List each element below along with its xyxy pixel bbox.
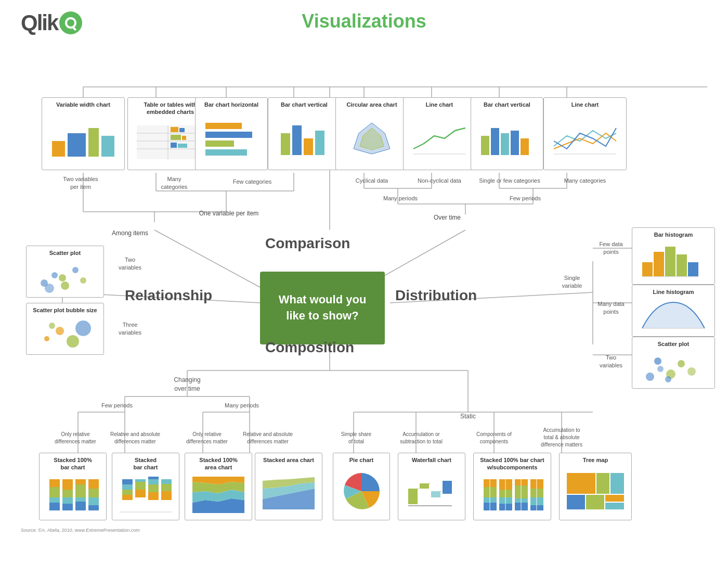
waterfall-card: Waterfall chart <box>398 453 465 520</box>
stacked-100-bar-sub-title: Stacked 100% bar chartw/subcomponents <box>477 456 548 471</box>
svg-point-114 <box>657 366 664 372</box>
svg-rect-136 <box>88 505 99 510</box>
svg-point-117 <box>665 376 671 382</box>
stacked-100-area-img <box>188 474 249 517</box>
bar-vertical-single-svg <box>478 120 536 157</box>
svg-line-28 <box>154 230 260 287</box>
svg-rect-92 <box>521 138 529 155</box>
stacked-100-bar-img <box>43 474 103 517</box>
scatter-bubble-title: Scatter plot bubble size <box>30 306 100 314</box>
pie-chart-svg <box>341 470 382 512</box>
svg-rect-89 <box>491 128 499 155</box>
stacked-100-bar-sub-svg <box>481 477 543 513</box>
circular-area-svg <box>348 118 395 159</box>
svg-rect-147 <box>148 477 159 479</box>
bar-vertical-single-card: Bar chart vertical <box>471 97 543 170</box>
scatter-dist-img <box>635 350 711 385</box>
svg-rect-57 <box>52 141 65 157</box>
scatter-rel-img <box>30 259 100 294</box>
svg-rect-144 <box>148 492 159 500</box>
source: Source: ©A. Abela, 2010, www.ExtremePres… <box>21 528 140 533</box>
few-periods-top-label: Few periods <box>489 195 562 202</box>
line-many-svg <box>551 120 619 157</box>
svg-rect-189 <box>610 473 624 494</box>
rel-abs-2-label: Relative and absolutedifferences matter <box>239 431 296 445</box>
line-many-card: Line chart <box>543 97 627 170</box>
svg-rect-160 <box>420 483 429 489</box>
waterfall-title: Waterfall chart <box>401 456 462 464</box>
svg-rect-162 <box>443 481 452 494</box>
bar-vertical-few-card: Bar chart vertical <box>268 97 341 170</box>
header: Qlik Visualizations <box>10 10 718 32</box>
scatter-rel-card: Scatter plot <box>26 246 104 298</box>
svg-point-97 <box>72 267 79 273</box>
among-items-label: Among items <box>88 229 172 238</box>
rel-abs-1-label: Relative and absolutedifferences matter <box>107 431 164 445</box>
stacked-100-area-title: Stacked 100%area chart <box>188 456 249 471</box>
pie-chart-img <box>336 466 386 517</box>
svg-rect-67 <box>179 128 185 132</box>
svg-rect-149 <box>161 484 172 491</box>
svg-rect-127 <box>62 497 73 504</box>
components-label: Components ofcomponents <box>465 431 523 445</box>
svg-rect-137 <box>122 495 133 500</box>
diagram: What would you like to show? Comparison … <box>10 37 718 537</box>
svg-rect-142 <box>135 482 146 490</box>
static-label: Static <box>447 412 489 421</box>
svg-rect-71 <box>178 144 187 148</box>
svg-rect-150 <box>161 479 172 484</box>
few-data-points-label: Few datapoints <box>588 240 634 257</box>
stacked-bar-img <box>115 474 176 517</box>
comparison-label: Comparison <box>265 235 350 252</box>
bar-horizontal-img <box>199 110 264 167</box>
svg-rect-69 <box>182 136 186 140</box>
svg-rect-140 <box>122 479 133 484</box>
svg-rect-148 <box>161 491 172 500</box>
line-non-cyclical-title: Line chart <box>407 101 472 108</box>
svg-rect-59 <box>88 128 99 157</box>
logo-icon <box>59 11 82 34</box>
center-box-text: What would you like to show? <box>279 292 367 324</box>
svg-point-103 <box>67 335 79 348</box>
svg-rect-68 <box>171 135 181 140</box>
svg-rect-72 <box>205 123 242 129</box>
stacked-100-area-svg <box>192 477 244 513</box>
svg-rect-121 <box>49 479 60 487</box>
line-non-cyclical-svg <box>411 120 468 157</box>
bar-vertical-few-img <box>271 110 337 167</box>
scatter-rel-svg <box>34 260 96 293</box>
treemap-card: Tree map <box>559 453 632 520</box>
line-many-title: Line chart <box>547 101 623 108</box>
center-box: What would you like to show? <box>260 272 385 344</box>
svg-rect-141 <box>135 490 146 497</box>
pie-chart-title: Pie chart <box>336 456 386 464</box>
svg-rect-138 <box>122 490 133 495</box>
svg-rect-107 <box>654 252 664 276</box>
table-embedded-svg <box>137 125 204 159</box>
scatter-three-vars-label: Threevariables <box>109 321 151 337</box>
svg-rect-132 <box>75 502 86 510</box>
svg-point-96 <box>61 282 69 290</box>
bar-histogram-card: Bar histogram <box>632 227 715 285</box>
line-histogram-svg <box>640 300 707 331</box>
few-categories-label: Few categories <box>213 178 291 186</box>
single-few-label: Single or few categories <box>471 177 549 185</box>
svg-rect-58 <box>68 133 86 157</box>
bar-horizontal-title: Bar chart horizontal <box>199 101 264 108</box>
scatter-dist-title: Scatter plot <box>635 340 711 348</box>
bar-vertical-single-title: Bar chart vertical <box>474 101 540 108</box>
svg-rect-110 <box>688 262 698 276</box>
svg-rect-192 <box>605 495 624 502</box>
scatter-dist-card: Scatter plot <box>632 337 715 389</box>
stacked-bar-svg <box>120 477 172 513</box>
accumulation-label: Accumulation orsubtraction to total <box>395 431 447 445</box>
logo: Qlik <box>21 10 82 35</box>
svg-rect-91 <box>511 131 519 155</box>
bar-vertical-few-title: Bar chart vertical <box>271 101 337 108</box>
svg-rect-131 <box>75 497 86 502</box>
page-title: Visualizations <box>302 10 426 32</box>
svg-rect-76 <box>281 133 290 155</box>
non-cyclical-label: Non-cyclical data <box>403 177 476 185</box>
bar-horizontal-card: Bar chart horizontal <box>195 97 268 170</box>
comp-many-periods-label: Many periods <box>216 402 268 410</box>
